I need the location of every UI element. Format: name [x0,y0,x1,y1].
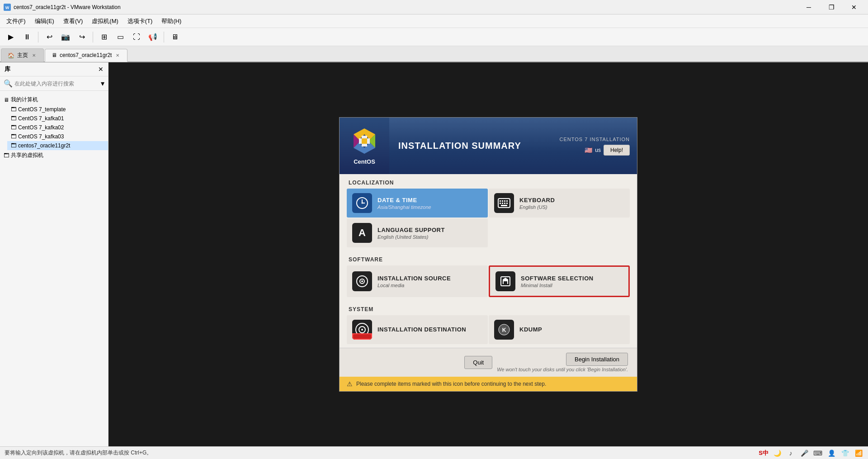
toolbar-audio-btn[interactable]: 📢 [146,30,160,44]
installation-source-item[interactable]: INSTALLATION SOURCE Local media [347,265,488,297]
menu-view[interactable]: 查看(V) [59,15,87,27]
menu-tabs[interactable]: 选项卡(T) [123,15,157,27]
shared-vms-label: 共享的虚拟机 [11,151,43,159]
toolbar-power-btn[interactable]: ▶ [4,30,18,44]
minimize-button[interactable]: ─ [798,0,819,14]
software-selection-item[interactable]: SOFTWARE SELECTION Minimal Install [489,265,630,297]
warning-bar: ⚠ Please complete items marked with this… [340,377,637,391]
svg-rect-23 [501,205,507,206]
installer-footer: Quit Begin Installation We won't touch y… [340,348,637,377]
svg-text:W: W [5,5,9,10]
home-tab-label: 主页 [17,52,28,59]
language-support-item[interactable]: A LANGUAGE SUPPORT English (United State… [347,218,488,247]
toolbar-snapshot2-btn[interactable]: ↪ [75,30,89,44]
kdump-item[interactable]: K KDUMP [489,315,630,344]
language-support-icon: A [352,223,372,243]
software-selection-text: SOFTWARE SELECTION Minimal Install [521,275,623,288]
installation-source-title: INSTALLATION SOURCE [377,275,482,282]
installer-body: LOCALIZATION DATE & TIME Asia/Shanghai t… [340,174,637,348]
menu-vm[interactable]: 虚拟机(M) [87,15,123,27]
status-bar: 要将输入定向到该虚拟机，请在虚拟机内部单击或按 Ctrl+G。 S中 🌙 ♪ 🎤… [0,446,868,459]
sidebar-item-kafka01[interactable]: 🗔 CentOS 7_kafka01 [7,114,108,123]
home-tab-close[interactable]: ✕ [31,52,37,58]
close-button[interactable]: ✕ [844,0,864,14]
sound-icon: ♪ [786,448,796,458]
svg-point-33 [361,329,363,331]
toolbar-sep-3 [164,32,164,43]
search-dropdown-icon[interactable]: ▾ [101,79,104,88]
localization-grid: DATE & TIME Asia/Shanghai timezone KEYBO… [340,189,637,251]
search-input[interactable] [14,80,99,87]
vm-tab-close[interactable]: ✕ [114,52,121,58]
svg-point-26 [361,280,363,282]
toolbar-snapshot-btn[interactable]: 📷 [58,30,73,44]
oracle11gr2t-label: centos7_oracle11gr2t [18,142,70,149]
tab-bar: 🏠 主页 ✕ 🖥 centos7_oracle11gr2t ✕ [0,46,868,62]
language-support-text: LANGUAGE SUPPORT English (United States) [377,227,482,240]
vm-tab-icon: 🖥 [52,52,57,58]
keyboard-item[interactable]: KEYBOARD English (US) [489,189,630,218]
vm-icon-kafka02: 🗔 [11,124,16,131]
network-icon: 📶 [854,448,863,458]
sidebar-close-button[interactable]: ✕ [98,66,104,73]
menu-file[interactable]: 文件(F) [2,15,30,27]
warning-text: Please complete items marked with this i… [356,381,546,387]
svg-rect-19 [500,203,501,204]
toolbar-unity-btn[interactable]: ▭ [113,30,127,44]
sidebar-item-centos7-template[interactable]: 🗔 CentOS 7_template [7,105,108,114]
software-section-label: SOFTWARE [340,251,637,265]
system-grid: INSTALLATION DESTINATION K KDUMP [340,315,637,348]
quit-button[interactable]: Quit [464,356,492,369]
centos-logo-icon [350,127,379,156]
toolbar-revert-btn[interactable]: ↩ [42,30,57,44]
date-time-title: DATE & TIME [377,197,482,203]
sidebar-item-kafka03[interactable]: 🗔 CentOS 7_kafka03 [7,132,108,141]
installation-destination-text: INSTALLATION DESTINATION [377,326,482,334]
sogou-icon: S中 [759,449,769,457]
title-bar: W centos7_oracle11gr2t - VMware Workstat… [0,0,868,14]
menu-help[interactable]: 帮助(H) [157,15,186,27]
restore-button[interactable]: ❐ [821,0,842,14]
toolbar-send-btn[interactable]: 🖥 [168,30,182,44]
toolbar-stretch-btn[interactable]: ⛶ [129,30,144,44]
tab-home[interactable]: 🏠 主页 ✕ [1,48,44,62]
toolbar-fullscreen-btn[interactable]: ⊞ [97,30,111,44]
sidebar-item-shared-vms[interactable]: 🗔 共享的虚拟机 [0,150,108,161]
toolbar-pause-btn[interactable]: ⏸ [20,30,34,44]
vm-display-area[interactable]: CentOS INSTALLATION SUMMARY CENTOS 7 INS… [108,62,868,446]
svg-rect-16 [502,200,503,202]
sidebar-item-kafka02[interactable]: 🗔 CentOS 7_kafka02 [7,123,108,132]
vm-tab-label: centos7_oracle11gr2t [60,52,112,58]
installation-source-subtitle: Local media [377,283,482,288]
software-selection-title: SOFTWARE SELECTION [521,275,623,282]
installation-source-text: INSTALLATION SOURCE Local media [377,275,482,288]
installer-main-title: INSTALLATION SUMMARY [398,141,551,151]
svg-point-13 [362,203,363,204]
tab-vm[interactable]: 🖥 centos7_oracle11gr2t ✕ [45,49,127,62]
vm-icon-kafka03: 🗔 [11,133,16,140]
software-selection-icon [495,271,515,291]
toolbar-sep-2 [93,32,93,43]
date-time-item[interactable]: DATE & TIME Asia/Shanghai timezone [347,189,488,218]
installation-source-icon [352,271,372,291]
menu-edit[interactable]: 编辑(E) [30,15,59,27]
sidebar-item-oracle11gr2t[interactable]: 🗔 centos7_oracle11gr2t [7,141,108,150]
date-time-text: DATE & TIME Asia/Shanghai timezone [377,197,482,210]
mic-icon: 🎤 [799,448,809,458]
installation-destination-icon [352,320,372,340]
begin-installation-button[interactable]: Begin Installation [566,353,628,366]
installation-destination-item[interactable]: INSTALLATION DESTINATION [347,315,488,344]
keyboard-title: KEYBOARD [519,197,624,203]
date-time-icon [352,193,372,213]
warning-icon: ⚠ [347,380,353,388]
sidebar-item-my-computer[interactable]: 🖥 我的计算机 [0,95,108,105]
help-button[interactable]: Help! [604,145,630,156]
svg-rect-21 [504,203,505,204]
sidebar-title: 库 [5,65,10,73]
kdump-title: KDUMP [519,326,624,333]
installer-logo-area: CentOS [340,118,389,174]
shared-vms-icon: 🗔 [4,152,9,159]
kafka03-label: CentOS 7_kafka03 [18,133,64,140]
svg-rect-35 [353,334,371,339]
shirt-icon: 👕 [840,448,850,458]
